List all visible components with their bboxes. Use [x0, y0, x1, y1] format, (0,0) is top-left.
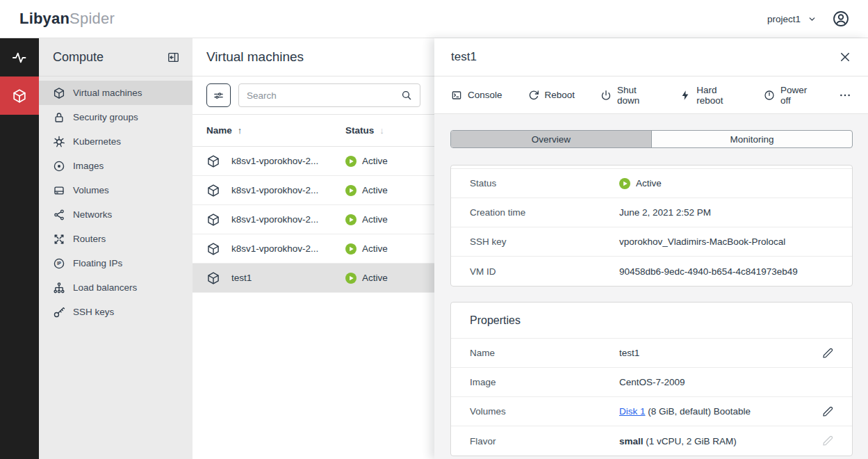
cube-icon — [206, 271, 220, 285]
vm-name: k8sv1-vporokhov-2... — [231, 156, 318, 166]
rail-item-compute[interactable] — [0, 76, 39, 115]
sidebar-item-label: Virtual machines — [73, 88, 142, 98]
column-header-status[interactable]: Status ↓ — [345, 125, 384, 136]
table-row[interactable]: k8sv1-vporokhov-2... Active — [193, 234, 434, 264]
lock-icon — [53, 111, 65, 124]
activity-pulse-icon — [12, 50, 27, 65]
sidebar-item-load-balancers[interactable]: Load balancers — [39, 275, 193, 300]
sliders-icon — [213, 90, 224, 102]
action-label: Reboot — [545, 90, 575, 100]
cube-icon — [206, 154, 220, 168]
rail-item-activity[interactable] — [0, 38, 39, 76]
close-icon[interactable] — [839, 51, 851, 63]
table-row[interactable]: k8sv1-vporokhov-2... Active — [193, 147, 434, 176]
collapse-sidebar-icon[interactable] — [167, 51, 180, 64]
tab-bar: Overview Monitoring — [450, 130, 853, 148]
table-row[interactable]: k8sv1-vporokhov-2... Active — [193, 176, 434, 205]
status-badge: Active — [362, 214, 388, 225]
info-label: SSH key — [470, 236, 619, 247]
detail-content: Overview Monitoring Status Active Creati… — [434, 114, 868, 459]
shutdown-button[interactable]: Shut down — [600, 85, 654, 106]
action-label: Shut down — [617, 85, 654, 106]
sort-desc-icon: ↓ — [379, 125, 384, 136]
tab-monitoring[interactable]: Monitoring — [652, 131, 852, 147]
info-row-vm-id: VM ID 90458db6-9edc-4940-b654-4c841973eb… — [451, 257, 852, 286]
key-icon — [53, 306, 65, 319]
detail-title: test1 — [451, 50, 477, 64]
info-row-creation-time: Creation time June 2, 2021 2:52 PM — [451, 198, 852, 227]
sidebar-item-networks[interactable]: Networks — [39, 202, 193, 227]
sidebar-item-label: Security groups — [73, 112, 138, 122]
project-switcher[interactable]: project1 — [767, 14, 817, 24]
table-row-selected[interactable]: test1 Active — [193, 264, 434, 293]
status-active-icon — [345, 156, 357, 167]
helm-wheel-icon — [53, 136, 65, 148]
sidebar-item-label: Routers — [73, 234, 106, 244]
table-row[interactable]: k8sv1-vporokhov-2... Active — [193, 205, 434, 234]
edit-volumes-icon[interactable] — [822, 406, 833, 417]
status-badge: Active — [362, 273, 388, 283]
info-row-status: Status Active — [451, 169, 852, 198]
vm-name: k8sv1-vporokhov-2... — [231, 185, 318, 195]
svg-text:IP: IP — [57, 261, 62, 266]
status-active-icon — [345, 214, 357, 225]
property-value: test1 — [619, 348, 639, 358]
hierarchy-icon — [53, 282, 65, 294]
property-label: Flavor — [470, 436, 619, 446]
property-value-rest: (8 GiB, default) Bootable — [646, 406, 751, 417]
vm-name: k8sv1-vporokhov-2... — [231, 243, 318, 254]
sidebar-item-label: Networks — [73, 209, 112, 220]
status-active-icon — [345, 243, 357, 255]
property-value: CentOS-7-2009 — [619, 377, 685, 387]
power-off-button[interactable]: Power off — [764, 85, 813, 106]
search-box — [238, 83, 420, 107]
status-badge: Active — [362, 185, 388, 195]
sidebar-item-images[interactable]: Images — [39, 154, 193, 178]
console-button[interactable]: Console — [451, 90, 502, 101]
hard-reboot-button[interactable]: Hard reboot — [680, 85, 738, 106]
info-value: June 2, 2021 2:52 PM — [619, 207, 711, 218]
column-header-name[interactable]: Name ↑ — [206, 125, 345, 136]
sidebar-item-routers[interactable]: Routers — [39, 227, 193, 251]
more-options-icon[interactable] — [839, 89, 851, 102]
sidebar-item-label: Images — [73, 161, 104, 171]
cube-icon — [206, 213, 220, 227]
card-title: Properties — [470, 314, 521, 327]
sidebar-item-floating-ips[interactable]: IP Floating IPs — [39, 251, 193, 275]
vm-list-panel: Virtual machines Name ↑ Status ↓ — [193, 38, 434, 459]
tab-overview[interactable]: Overview — [451, 131, 652, 147]
drive-icon — [53, 184, 65, 197]
account-icon[interactable] — [832, 10, 850, 28]
edit-name-icon[interactable] — [822, 348, 833, 359]
nodes-icon — [53, 209, 65, 221]
search-input[interactable] — [247, 90, 401, 101]
info-row-ssh-key: SSH key vporokhov_Vladimirs-MacBook-Prol… — [451, 227, 852, 257]
property-label: Image — [470, 377, 619, 387]
search-icon[interactable] — [401, 90, 412, 101]
filter-button[interactable] — [206, 83, 231, 107]
sidebar-item-label: Kubernetes — [73, 136, 121, 147]
reboot-button[interactable]: Reboot — [528, 90, 575, 101]
disk-link[interactable]: Disk 1 — [619, 406, 646, 417]
sidebar-item-ssh-keys[interactable]: SSH keys — [39, 300, 193, 324]
cube-icon — [12, 88, 27, 104]
sidebar-item-virtual-machines[interactable]: Virtual machines — [39, 81, 193, 105]
info-value: 90458db6-9edc-4940-b654-4c841973eb49 — [619, 266, 798, 277]
action-bar: Console Reboot Shut down Hard reboot — [434, 76, 868, 114]
property-value-rest: (1 vCPU, 2 GiB RAM) — [644, 436, 737, 446]
sidebar-item-kubernetes[interactable]: Kubernetes — [39, 129, 193, 154]
status-badge: Active — [362, 243, 388, 254]
sidebar-item-label: SSH keys — [73, 307, 114, 317]
edit-flavor-icon-disabled — [822, 435, 833, 446]
compute-sidebar: Compute Virtual machines Security groups — [39, 38, 193, 459]
power-off-circle-icon — [764, 90, 775, 101]
app-header: LibyanSpider project1 — [0, 0, 868, 38]
vm-name: test1 — [231, 273, 252, 283]
sidebar-item-security-groups[interactable]: Security groups — [39, 105, 193, 129]
console-icon — [451, 90, 462, 101]
column-label: Name — [206, 125, 232, 136]
table-header: Name ↑ Status ↓ — [193, 115, 434, 147]
properties-card: Properties Name test1 Image CentOS-7-200… — [450, 302, 853, 456]
power-icon — [600, 90, 612, 101]
sidebar-item-volumes[interactable]: Volumes — [39, 178, 193, 202]
